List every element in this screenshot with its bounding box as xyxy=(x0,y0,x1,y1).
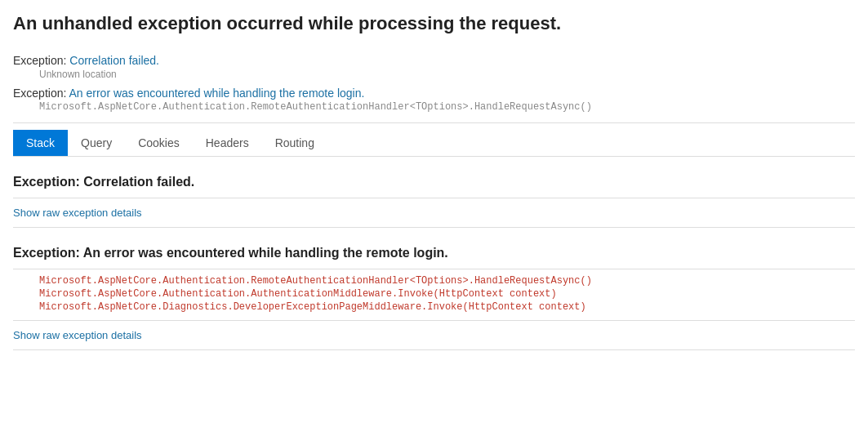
section1-show-raw-link[interactable]: Show raw exception details xyxy=(13,198,142,227)
tab-stack[interactable]: Stack xyxy=(13,130,68,156)
exception1-line: Exception: Correlation failed. xyxy=(13,54,855,67)
section2-title: Exception: An error was encountered whil… xyxy=(13,238,855,269)
stack-line-2: Microsoft.AspNetCore.Diagnostics.Develop… xyxy=(13,300,855,314)
tab-routing[interactable]: Routing xyxy=(262,130,327,156)
tabs-bar: Stack Query Cookies Headers Routing xyxy=(13,130,855,157)
tabs-divider xyxy=(13,122,855,123)
stack-line-0: Microsoft.AspNetCore.Authentication.Remo… xyxy=(13,274,855,287)
stack-line-1: Microsoft.AspNetCore.Authentication.Auth… xyxy=(13,287,855,300)
page-container: An unhandled exception occurred while pr… xyxy=(0,0,868,350)
tab-headers[interactable]: Headers xyxy=(193,130,262,156)
exception2-line: Exception: An error was encountered whil… xyxy=(13,87,855,100)
page-title: An unhandled exception occurred while pr… xyxy=(13,13,855,41)
exception1-message[interactable]: Correlation failed. xyxy=(69,54,159,67)
exception2-message[interactable]: An error was encountered while handling … xyxy=(69,87,365,100)
section1: Exception: Correlation failed. Show raw … xyxy=(13,157,855,228)
section1-title: Exception: Correlation failed. xyxy=(13,167,855,198)
tab-query[interactable]: Query xyxy=(68,130,125,156)
exception2-method: Microsoft.AspNetCore.Authentication.Remo… xyxy=(39,101,855,113)
tab-cookies[interactable]: Cookies xyxy=(125,130,193,156)
exception1-label: Exception: Correlation failed. xyxy=(13,54,159,67)
exception2-label: Exception: An error was encountered whil… xyxy=(13,87,364,100)
exception1-location: Unknown location xyxy=(39,69,855,80)
section2-show-raw-link[interactable]: Show raw exception details xyxy=(13,321,142,349)
section2: Exception: An error was encountered whil… xyxy=(13,228,855,350)
section2-stack: Microsoft.AspNetCore.Authentication.Remo… xyxy=(13,269,855,320)
section2-divider-bottom xyxy=(13,349,855,350)
